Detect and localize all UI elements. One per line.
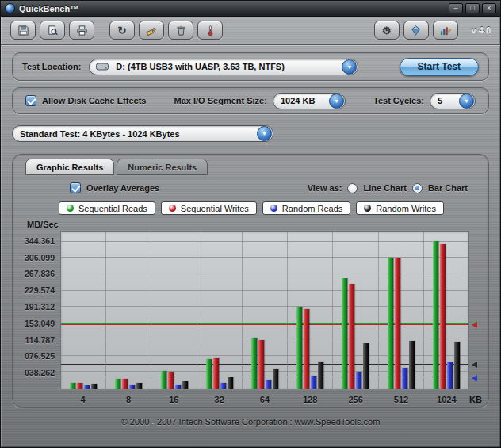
bar-chart-radio[interactable] — [412, 183, 423, 193]
print-preview-button[interactable] — [40, 21, 65, 40]
x-tick-label: 256 — [333, 395, 378, 404]
refresh-button[interactable]: ↻ — [109, 21, 135, 40]
bar-random-reads — [356, 372, 361, 389]
x-tick-label: 1024 — [424, 395, 469, 404]
line-chart-label: Line Chart — [363, 183, 406, 193]
y-tick-label: 153.049 — [25, 319, 55, 328]
bar-sequential-writes — [304, 309, 309, 389]
x-axis-title: KB — [469, 395, 484, 404]
test-cycles-value: 5 — [430, 96, 459, 105]
bar-sequential-reads — [70, 383, 75, 389]
cache-option: Allow Disk Cache Effects — [25, 95, 146, 106]
bar-sequential-writes — [440, 244, 446, 389]
bar-chart-label: Bar Chart — [428, 183, 468, 193]
test-cycles-dropdown[interactable]: 5 ▼ — [430, 93, 476, 109]
chart-plot — [60, 231, 469, 389]
overlay-averages-checkbox[interactable] — [70, 182, 81, 193]
bar-random-writes — [273, 369, 278, 389]
dropdown-arrow-icon: ▼ — [459, 94, 474, 109]
segment-size-value: 1024 KB — [273, 96, 329, 105]
version-label: v 4.0 — [472, 25, 491, 35]
settings-button[interactable]: ⚙ — [374, 21, 400, 40]
y-tick-label: 114.787 — [25, 335, 55, 345]
line-chart-radio[interactable] — [347, 183, 358, 193]
y-axis: 038.262076.525114.787153.049191.312229.5… — [16, 231, 60, 389]
diamond-icon — [410, 25, 422, 36]
y-tick-label: 344.361 — [25, 236, 55, 246]
bar-sequential-reads — [388, 258, 393, 389]
bar-sequential-reads — [161, 371, 166, 389]
bar-group-512 — [378, 232, 423, 389]
close-button[interactable]: × — [482, 3, 496, 13]
x-tick-label: 128 — [288, 395, 333, 404]
bar-random-writes — [228, 377, 233, 389]
report-button[interactable] — [433, 21, 458, 40]
bar-random-reads — [447, 362, 453, 389]
y-tick-label: 306.099 — [25, 253, 55, 262]
results-tabs: Graphic Results Numeric Results — [25, 159, 488, 175]
bar-sequential-writes — [122, 379, 128, 389]
segment-size-option: Max I/O Segment Size: 1024 KB ▼ — [174, 93, 346, 109]
segment-size-label: Max I/O Segment Size: — [174, 96, 267, 105]
bar-group-32 — [197, 232, 242, 389]
trash-icon — [175, 25, 187, 36]
titlebar[interactable]: QuickBench™ – □ × — [1, 1, 500, 17]
bar-group-16 — [151, 232, 196, 389]
window-controls: – □ × — [449, 3, 496, 13]
trash-button[interactable] — [168, 21, 193, 40]
start-test-button[interactable]: Start Test — [400, 58, 479, 76]
dropdown-arrow-icon: ▼ — [342, 59, 357, 75]
erase-button[interactable] — [139, 21, 164, 40]
bar-random-writes — [409, 341, 415, 389]
bar-groups — [61, 232, 468, 389]
y-tick-label: 076.525 — [25, 351, 55, 361]
footer-text: © 2000 - 2007 Intech Software Corporatio… — [12, 417, 489, 427]
bar-sequential-writes — [77, 383, 82, 389]
legend-item-random-reads: Random Reads — [262, 201, 350, 215]
legend-color-dot — [364, 205, 371, 212]
minimize-button[interactable]: – — [449, 3, 463, 13]
bar-sequential-reads — [251, 338, 257, 389]
overlay-averages-label: Overlay Averages — [86, 183, 159, 193]
legend-color-dot — [270, 205, 277, 212]
eraser-icon — [146, 25, 158, 36]
bar-random-writes — [318, 362, 323, 389]
y-tick-label: 229.574 — [25, 285, 55, 295]
legend-color-dot — [169, 205, 176, 212]
x-tick-label: 4 — [60, 395, 105, 404]
y-tick-label: 191.312 — [25, 302, 55, 312]
main-content: Test Location: D: (4TB USB3 with UASP, 3… — [1, 46, 500, 427]
view-as-label: View as: — [308, 183, 342, 193]
bar-sequential-reads — [296, 307, 302, 389]
thermometer-icon — [205, 25, 216, 36]
save-button[interactable] — [10, 21, 36, 40]
avg-markers — [469, 231, 484, 389]
thermometer-button[interactable] — [197, 21, 223, 40]
tab-graphic-results[interactable]: Graphic Results — [25, 159, 114, 175]
bar-random-reads — [129, 385, 135, 389]
bar-random-reads — [266, 380, 271, 389]
floppy-save-icon — [17, 25, 29, 36]
legend-label: Sequential Reads — [78, 204, 147, 213]
tab-numeric-results[interactable]: Numeric Results — [117, 159, 208, 175]
y-axis-title: MB/Sec — [27, 220, 484, 231]
bar-random-writes — [136, 383, 142, 389]
dropdown-arrow-icon: ▼ — [257, 126, 272, 141]
y-tick-label: 267.836 — [25, 269, 55, 278]
bar-group-256 — [332, 232, 377, 389]
diamond-tool-button[interactable] — [403, 21, 429, 40]
standard-test-dropdown[interactable]: Standard Test: 4 KBytes - 1024 KBytes ▼ — [12, 125, 273, 142]
test-cycles-label: Test Cycles: — [373, 96, 424, 105]
bar-sequential-reads — [206, 359, 212, 389]
segment-size-dropdown[interactable]: 1024 KB ▼ — [273, 93, 346, 109]
window-title: QuickBench™ — [19, 4, 78, 13]
results-panel: Graphic Results Numeric Results Overlay … — [12, 154, 489, 408]
chart-controls: Overlay Averages View as: Line Chart Bar… — [70, 182, 468, 193]
legend-label: Random Writes — [376, 204, 436, 213]
maximize-button[interactable]: □ — [465, 3, 480, 13]
print-button[interactable] — [69, 21, 94, 40]
allow-cache-checkbox[interactable] — [25, 95, 36, 106]
app-icon — [5, 3, 15, 13]
bar-random-writes — [91, 384, 97, 389]
test-location-dropdown[interactable]: D: (4TB USB3 with UASP, 3.63 TB, NTFS) ▼ — [89, 59, 358, 75]
